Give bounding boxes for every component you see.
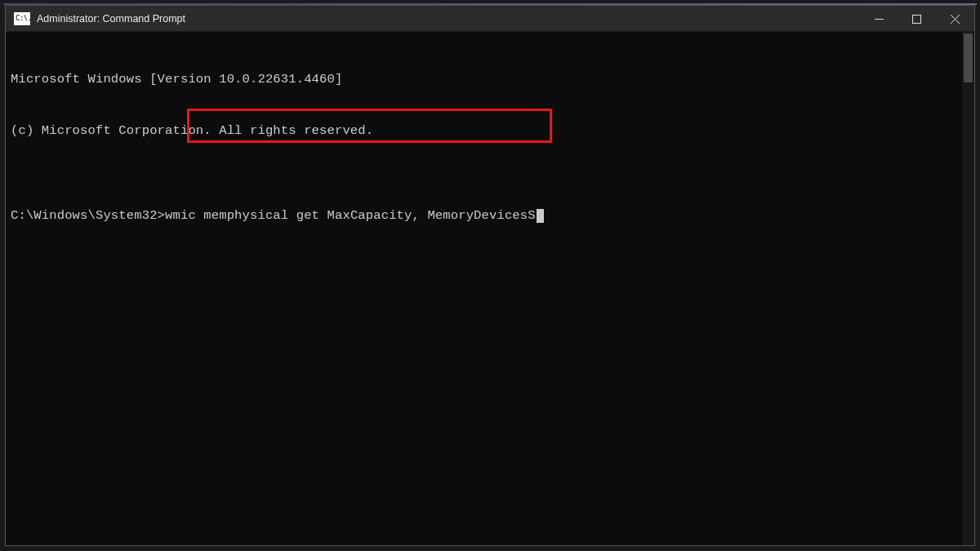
minimize-button[interactable] [860, 6, 898, 32]
version-line: Microsoft Windows [Version 10.0.22631.44… [11, 71, 974, 88]
svg-rect-1 [912, 15, 920, 23]
prompt-path: C:\Windows\System32> [11, 207, 165, 224]
maximize-button[interactable] [898, 6, 935, 32]
window-controls [860, 6, 974, 31]
command-prompt-window: C:\. Administrator: Command Prompt Micro… [5, 5, 975, 546]
maximize-icon [912, 15, 921, 24]
prompt-line: C:\Windows\System32>wmic memphysical get… [11, 207, 974, 224]
close-icon [951, 15, 960, 24]
cmd-icon-text: C:\. [16, 15, 32, 22]
command-prefix: wmic [165, 207, 203, 224]
cmd-icon: C:\. [14, 12, 30, 25]
command-text: memphysical get MaxCapacity, MemoryDevic… [203, 207, 535, 224]
scrollbar-thumb[interactable] [964, 33, 973, 82]
text-cursor [537, 209, 544, 223]
copyright-line: (c) Microsoft Corporation. All rights re… [11, 122, 974, 140]
close-button[interactable] [935, 6, 974, 32]
titlebar[interactable]: C:\. Administrator: Command Prompt [6, 6, 974, 32]
window-title: Administrator: Command Prompt [37, 13, 185, 24]
scrollbar-track[interactable] [962, 32, 974, 545]
minimize-icon [875, 15, 884, 24]
terminal-output[interactable]: Microsoft Windows [Version 10.0.22631.44… [6, 32, 974, 545]
